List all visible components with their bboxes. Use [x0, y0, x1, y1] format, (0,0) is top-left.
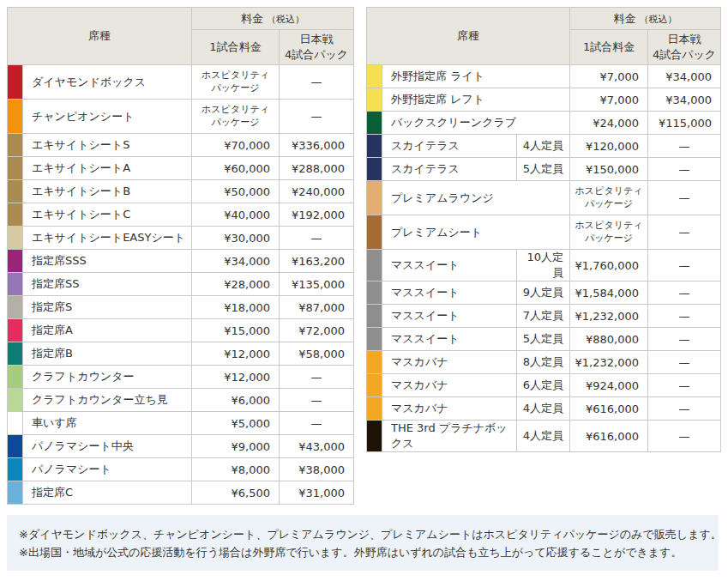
seat-name: 車いす席 [23, 412, 192, 435]
price-per-game: ¥1,760,000 [570, 250, 648, 281]
price-per-game: ¥616,000 [570, 421, 648, 452]
pack-price: ¥336,000 [280, 134, 354, 157]
seat-name: 指定席SSS [23, 250, 192, 273]
price-per-game: ¥1,232,000 [570, 305, 648, 328]
seat-name: クラフトカウンター [23, 366, 192, 389]
table-row: エキサイトシートC¥40,000¥192,000 [8, 203, 354, 227]
seat-name: クラフトカウンター立ち見 [23, 389, 192, 412]
pack-price: ¥135,000 [280, 273, 354, 296]
seat-color-swatch [8, 203, 23, 227]
pack-price: — [648, 250, 721, 281]
fee-header: 料金 （税込） [570, 8, 721, 30]
pack-price: ¥34,000 [648, 88, 721, 112]
table-row: パノラマシート中央¥9,000¥43,000 [8, 435, 354, 458]
seat-color-swatch [8, 435, 23, 458]
price-per-game: ¥6,000 [192, 389, 280, 412]
price-table: 席種料金 （税込）1試合料金日本戦4試合パックダイヤモンドボックスホスピタリティ… [7, 7, 354, 505]
note-hospitality: ※ダイヤモンドボックス、チャンピオンシート、プレミアムラウンジ、プレミアムシート… [19, 525, 707, 543]
seat-color-swatch [367, 112, 382, 135]
price-per-game: ホスピタリティパッケージ [570, 181, 648, 215]
seat-name: マススイート [382, 328, 517, 351]
price-per-game: ¥30,000 [192, 227, 280, 250]
seat-capacity: 4人定員 [517, 397, 570, 421]
seat-capacity: 4人定員 [517, 135, 570, 158]
table-row: 指定席SS¥28,000¥135,000 [8, 273, 354, 296]
seat-name: エキサイトシートA [23, 157, 192, 180]
seat-color-swatch [367, 397, 382, 421]
pack-header: 日本戦4試合パック [648, 30, 721, 65]
table-row: 車いす席¥5,000— [8, 412, 354, 435]
seat-name: マススイート [382, 250, 517, 281]
table-row: マススイート10人定員¥1,760,000— [367, 250, 721, 281]
seat-color-swatch [367, 65, 382, 88]
seat-name: プレミアムラウンジ [382, 181, 570, 215]
seat-type-header: 席種 [8, 8, 192, 65]
table-row: 指定席SSS¥34,000¥163,200 [8, 250, 354, 273]
seat-name: プレミアムシート [382, 215, 570, 250]
price-per-game: ¥12,000 [192, 366, 280, 389]
per-game-header: 1試合料金 [570, 30, 648, 65]
pack-price: ¥87,000 [280, 296, 354, 319]
seat-name: スカイテラス [382, 158, 517, 181]
seat-color-swatch [8, 100, 23, 134]
seat-name: ダイヤモンドボックス [23, 65, 192, 100]
seat-name: エキサイトシートEASYシート [23, 227, 192, 250]
seat-color-swatch [8, 296, 23, 319]
pack-price: — [648, 305, 721, 328]
seat-color-swatch [8, 157, 23, 180]
pack-price: — [648, 421, 721, 452]
notes-box: ※ダイヤモンドボックス、チャンピオンシート、プレミアムラウンジ、プレミアムシート… [7, 515, 719, 571]
price-per-game: ¥924,000 [570, 374, 648, 397]
pack-price: — [648, 374, 721, 397]
pack-price: — [648, 135, 721, 158]
price-per-game: ¥15,000 [192, 319, 280, 342]
pack-price: ¥72,000 [280, 319, 354, 342]
price-per-game: ¥70,000 [192, 134, 280, 157]
seat-name: マスカバナ [382, 351, 517, 374]
pack-price: — [648, 215, 721, 250]
pack-price: — [280, 389, 354, 412]
table-row: マススイート5人定員¥880,000— [367, 328, 721, 351]
seat-name: バックスクリーンクラブ [382, 112, 570, 135]
seat-color-swatch [8, 319, 23, 342]
price-per-game: ¥18,000 [192, 296, 280, 319]
seat-color-swatch [367, 351, 382, 374]
seat-name: THE 3rd プラチナボックス [382, 421, 517, 452]
price-per-game: ¥120,000 [570, 135, 648, 158]
pack-price: — [280, 100, 354, 134]
seat-color-swatch [367, 135, 382, 158]
pack-price: — [280, 227, 354, 250]
seat-type-header: 席種 [367, 8, 570, 65]
pack-price: ¥43,000 [280, 435, 354, 458]
per-game-header: 1試合料金 [192, 30, 280, 65]
left-price-table: 席種料金 （税込）1試合料金日本戦4試合パックダイヤモンドボックスホスピタリティ… [7, 7, 353, 505]
table-row: チャンピオンシートホスピタリティパッケージ— [8, 100, 354, 134]
pack-price: — [648, 281, 721, 305]
seat-color-swatch [8, 481, 23, 505]
table-row: クラフトカウンター¥12,000— [8, 366, 354, 389]
seat-name: 外野指定席 ライト [382, 65, 570, 88]
pack-price: ¥192,000 [280, 203, 354, 227]
pack-price: ¥34,000 [648, 65, 721, 88]
seat-capacity: 4人定員 [517, 421, 570, 452]
table-row: マスカバナ8人定員¥1,232,000— [367, 351, 721, 374]
seat-color-swatch [8, 412, 23, 435]
pack-price: ¥58,000 [280, 342, 354, 366]
price-per-game: ¥60,000 [192, 157, 280, 180]
pack-price: — [648, 158, 721, 181]
table-row: 外野指定席 ライト¥7,000¥34,000 [367, 65, 721, 88]
seat-color-swatch [367, 328, 382, 351]
table-row: エキサイトシートEASYシート¥30,000— [8, 227, 354, 250]
tax-note: （税込） [267, 14, 304, 25]
price-per-game: ホスピタリティパッケージ [570, 215, 648, 250]
pack-price: — [280, 366, 354, 389]
price-per-game: ¥880,000 [570, 328, 648, 351]
table-row: THE 3rd プラチナボックス4人定員¥616,000— [367, 421, 721, 452]
price-per-game: ¥50,000 [192, 180, 280, 203]
price-per-game: ¥12,000 [192, 342, 280, 366]
pack-price: ¥38,000 [280, 458, 354, 481]
table-row: マスカバナ6人定員¥924,000— [367, 374, 721, 397]
seat-color-swatch [367, 421, 382, 452]
seat-name: エキサイトシートC [23, 203, 192, 227]
seat-name: 指定席A [23, 319, 192, 342]
